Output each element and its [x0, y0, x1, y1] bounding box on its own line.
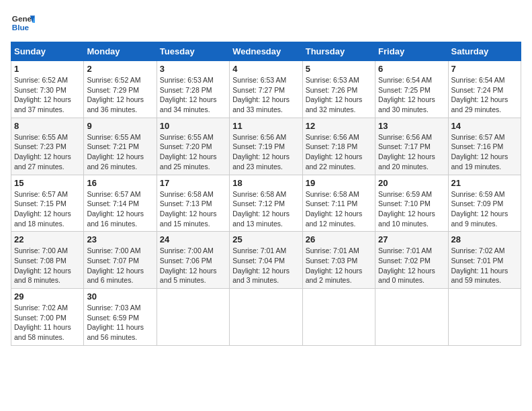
day-number: 24	[160, 234, 226, 244]
week-row-3: 15 Sunrise: 6:57 AM Sunset: 7:15 PM Dayl…	[11, 175, 521, 232]
day-number: 22	[14, 234, 81, 244]
day-cell: 3 Sunrise: 6:53 AM Sunset: 7:28 PM Dayli…	[157, 61, 229, 118]
col-header-wednesday: Wednesday	[230, 42, 302, 61]
day-info: Sunrise: 6:59 AM Sunset: 7:10 PM Dayligh…	[378, 189, 445, 229]
day-info: Sunrise: 6:55 AM Sunset: 7:21 PM Dayligh…	[87, 132, 153, 172]
day-cell: 6 Sunrise: 6:54 AM Sunset: 7:25 PM Dayli…	[375, 61, 448, 118]
col-header-friday: Friday	[375, 42, 448, 61]
day-cell: 13 Sunrise: 6:56 AM Sunset: 7:17 PM Dayl…	[375, 118, 448, 175]
day-number: 3	[160, 64, 226, 74]
day-number: 10	[160, 121, 226, 131]
day-info: Sunrise: 6:53 AM Sunset: 7:27 PM Dayligh…	[232, 75, 299, 115]
day-cell: 4 Sunrise: 6:53 AM Sunset: 7:27 PM Dayli…	[230, 61, 302, 118]
day-cell: 27 Sunrise: 7:01 AM Sunset: 7:02 PM Dayl…	[375, 232, 448, 289]
day-cell: 30 Sunrise: 7:03 AM Sunset: 6:59 PM Dayl…	[84, 289, 157, 346]
day-cell: 1 Sunrise: 6:52 AM Sunset: 7:30 PM Dayli…	[11, 61, 84, 118]
day-cell: 20 Sunrise: 6:59 AM Sunset: 7:10 PM Dayl…	[375, 175, 448, 232]
day-number: 25	[232, 234, 299, 244]
day-cell: 21 Sunrise: 6:59 AM Sunset: 7:09 PM Dayl…	[448, 175, 521, 232]
week-row-1: 1 Sunrise: 6:52 AM Sunset: 7:30 PM Dayli…	[11, 61, 521, 118]
day-number: 9	[87, 121, 153, 131]
day-number: 8	[14, 121, 81, 131]
day-info: Sunrise: 7:00 AM Sunset: 7:07 PM Dayligh…	[87, 246, 153, 285]
week-row-5: 29 Sunrise: 7:02 AM Sunset: 7:00 PM Dayl…	[11, 289, 521, 346]
day-info: Sunrise: 6:58 AM Sunset: 7:12 PM Dayligh…	[232, 189, 299, 229]
day-info: Sunrise: 6:58 AM Sunset: 7:11 PM Dayligh…	[306, 189, 372, 229]
day-cell: 7 Sunrise: 6:54 AM Sunset: 7:24 PM Dayli…	[448, 61, 521, 118]
calendar-table: SundayMondayTuesdayWednesdayThursdayFrid…	[11, 42, 521, 346]
day-number: 23	[87, 234, 153, 244]
day-cell: 29 Sunrise: 7:02 AM Sunset: 7:00 PM Dayl…	[11, 289, 84, 346]
day-cell: 19 Sunrise: 6:58 AM Sunset: 7:11 PM Dayl…	[302, 175, 375, 232]
day-info: Sunrise: 6:57 AM Sunset: 7:16 PM Dayligh…	[451, 132, 518, 172]
day-info: Sunrise: 7:00 AM Sunset: 7:06 PM Dayligh…	[160, 246, 226, 285]
day-info: Sunrise: 7:02 AM Sunset: 7:00 PM Dayligh…	[14, 303, 81, 342]
day-number: 6	[378, 64, 445, 74]
day-number: 1	[14, 64, 81, 74]
day-number: 17	[160, 178, 226, 188]
day-cell: 2 Sunrise: 6:52 AM Sunset: 7:29 PM Dayli…	[84, 61, 157, 118]
day-cell: 12 Sunrise: 6:56 AM Sunset: 7:18 PM Dayl…	[302, 118, 375, 175]
day-number: 29	[14, 291, 81, 302]
day-cell: 8 Sunrise: 6:55 AM Sunset: 7:23 PM Dayli…	[11, 118, 84, 175]
day-info: Sunrise: 6:55 AM Sunset: 7:23 PM Dayligh…	[14, 132, 81, 172]
col-header-tuesday: Tuesday	[157, 42, 229, 61]
day-info: Sunrise: 7:01 AM Sunset: 7:02 PM Dayligh…	[378, 246, 445, 285]
day-info: Sunrise: 6:52 AM Sunset: 7:30 PM Dayligh…	[14, 75, 81, 115]
day-number: 5	[306, 64, 372, 74]
day-info: Sunrise: 7:00 AM Sunset: 7:08 PM Dayligh…	[14, 246, 81, 285]
page-header: General Blue	[11, 11, 521, 35]
day-cell	[448, 289, 521, 346]
day-info: Sunrise: 6:54 AM Sunset: 7:24 PM Dayligh…	[451, 75, 518, 115]
day-cell	[157, 289, 229, 346]
day-number: 30	[87, 291, 153, 302]
day-number: 16	[87, 178, 153, 188]
day-number: 12	[306, 121, 372, 131]
day-cell: 5 Sunrise: 6:53 AM Sunset: 7:26 PM Dayli…	[302, 61, 375, 118]
day-info: Sunrise: 6:56 AM Sunset: 7:18 PM Dayligh…	[306, 132, 372, 172]
col-header-monday: Monday	[84, 42, 157, 61]
day-cell: 28 Sunrise: 7:02 AM Sunset: 7:01 PM Dayl…	[448, 232, 521, 289]
day-info: Sunrise: 6:56 AM Sunset: 7:19 PM Dayligh…	[232, 132, 299, 172]
day-info: Sunrise: 7:02 AM Sunset: 7:01 PM Dayligh…	[451, 246, 518, 285]
day-number: 2	[87, 64, 153, 74]
day-number: 14	[451, 121, 518, 131]
day-number: 18	[232, 178, 299, 188]
day-number: 21	[451, 178, 518, 188]
day-cell: 14 Sunrise: 6:57 AM Sunset: 7:16 PM Dayl…	[448, 118, 521, 175]
day-cell	[375, 289, 448, 346]
day-cell: 16 Sunrise: 6:57 AM Sunset: 7:14 PM Dayl…	[84, 175, 157, 232]
day-number: 11	[232, 121, 299, 131]
day-number: 26	[306, 234, 372, 244]
day-number: 27	[378, 234, 445, 244]
day-number: 13	[378, 121, 445, 131]
day-cell	[230, 289, 302, 346]
day-info: Sunrise: 6:52 AM Sunset: 7:29 PM Dayligh…	[87, 75, 153, 115]
day-number: 19	[306, 178, 372, 188]
day-cell: 23 Sunrise: 7:00 AM Sunset: 7:07 PM Dayl…	[84, 232, 157, 289]
day-info: Sunrise: 6:58 AM Sunset: 7:13 PM Dayligh…	[160, 189, 226, 229]
day-number: 7	[451, 64, 518, 74]
day-info: Sunrise: 6:54 AM Sunset: 7:25 PM Dayligh…	[378, 75, 445, 115]
day-number: 4	[232, 64, 299, 74]
week-row-4: 22 Sunrise: 7:00 AM Sunset: 7:08 PM Dayl…	[11, 232, 521, 289]
day-cell: 11 Sunrise: 6:56 AM Sunset: 7:19 PM Dayl…	[230, 118, 302, 175]
day-cell: 24 Sunrise: 7:00 AM Sunset: 7:06 PM Dayl…	[157, 232, 229, 289]
day-info: Sunrise: 6:55 AM Sunset: 7:20 PM Dayligh…	[160, 132, 226, 172]
day-info: Sunrise: 6:57 AM Sunset: 7:14 PM Dayligh…	[87, 189, 153, 229]
day-info: Sunrise: 6:56 AM Sunset: 7:17 PM Dayligh…	[378, 132, 445, 172]
logo-icon: General Blue	[11, 11, 35, 35]
day-info: Sunrise: 7:01 AM Sunset: 7:03 PM Dayligh…	[306, 246, 372, 285]
day-cell: 22 Sunrise: 7:00 AM Sunset: 7:08 PM Dayl…	[11, 232, 84, 289]
day-info: Sunrise: 7:03 AM Sunset: 6:59 PM Dayligh…	[87, 303, 153, 342]
calendar-header: SundayMondayTuesdayWednesdayThursdayFrid…	[11, 42, 521, 61]
col-header-sunday: Sunday	[11, 42, 84, 61]
day-cell: 18 Sunrise: 6:58 AM Sunset: 7:12 PM Dayl…	[230, 175, 302, 232]
logo: General Blue	[11, 11, 35, 35]
day-cell: 17 Sunrise: 6:58 AM Sunset: 7:13 PM Dayl…	[157, 175, 229, 232]
week-row-2: 8 Sunrise: 6:55 AM Sunset: 7:23 PM Dayli…	[11, 118, 521, 175]
day-cell: 25 Sunrise: 7:01 AM Sunset: 7:04 PM Dayl…	[230, 232, 302, 289]
col-header-thursday: Thursday	[302, 42, 375, 61]
svg-text:Blue: Blue	[12, 23, 30, 32]
day-number: 20	[378, 178, 445, 188]
